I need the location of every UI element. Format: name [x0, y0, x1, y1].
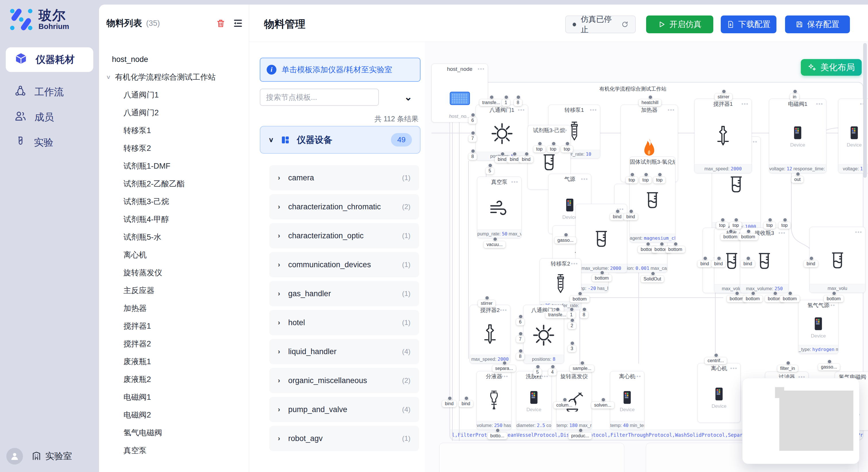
canvas-node[interactable]: 离心机•••Devicetemp: 40 min_temp: 4 — [610, 371, 644, 430]
avatar[interactable] — [6, 448, 23, 465]
collapse-list-icon[interactable] — [233, 19, 243, 28]
port-pill[interactable]: gasso... — [818, 364, 840, 370]
port-pill[interactable]: bottom — [720, 233, 740, 240]
node-menu-icon[interactable]: ••• — [560, 125, 567, 136]
port-pill[interactable]: 6 — [468, 117, 477, 124]
node-menu-icon[interactable]: ••• — [816, 99, 823, 109]
category-row-robot_agv[interactable]: › robot_agv (1) — [269, 426, 419, 451]
port-pill[interactable]: bottom — [570, 296, 590, 303]
node-menu-icon[interactable]: ••• — [582, 371, 589, 382]
category-row-hotel[interactable]: › hotel (1) — [269, 310, 419, 335]
canvas-node[interactable]: 固体试剂瓶3-氯化镁•••agent: magnesium_chloride p… — [629, 157, 675, 243]
port-pill[interactable]: top — [730, 222, 742, 229]
category-row-camera[interactable]: › camera (1) — [269, 165, 419, 191]
port-pill[interactable]: solven... — [591, 402, 614, 409]
canvas-node[interactable]: 氢气气源•••Device_type: hydrogen max_pre — [798, 300, 838, 354]
tree-item[interactable]: 主反应器 — [99, 281, 249, 299]
download-config-button[interactable]: 下载配置 — [721, 15, 776, 33]
port-pill[interactable]: bottom — [743, 295, 763, 302]
tree-item[interactable]: 废液瓶1 — [99, 353, 249, 370]
section-instruments[interactable]: ∨ 仪器设备 49 — [260, 126, 421, 154]
port-pill[interactable]: top — [640, 177, 652, 183]
node-menu-icon[interactable]: ••• — [500, 305, 507, 315]
port-pill[interactable]: bind — [741, 260, 755, 267]
port-pill[interactable]: 1 — [502, 99, 510, 106]
port-pill[interactable]: out — [792, 176, 803, 183]
tree-item[interactable]: 氢气电磁阀 — [99, 424, 249, 442]
port-pill[interactable]: transfe... — [479, 99, 503, 106]
port-pill[interactable]: 6 — [516, 318, 524, 326]
node-menu-icon[interactable]: ••• — [477, 64, 485, 74]
port-pill[interactable]: 7 — [468, 135, 477, 142]
node-menu-icon[interactable]: ••• — [730, 363, 737, 374]
node-menu-icon[interactable]: ••• — [778, 228, 786, 238]
port-pill[interactable]: in — [790, 94, 799, 100]
port-pill[interactable]: 5 — [486, 167, 494, 174]
port-pill[interactable]: bottom — [824, 295, 844, 302]
port-pill[interactable]: top — [626, 177, 638, 183]
page-scrollbar[interactable] — [863, 43, 867, 178]
port-pill[interactable]: 8 — [468, 153, 477, 160]
tree-item[interactable]: 试剂瓶5-水 — [99, 228, 249, 246]
port-pill[interactable]: top — [653, 177, 665, 183]
port-pill[interactable]: SolidOut — [641, 276, 664, 282]
tree-item[interactable]: 搅拌器1 — [99, 317, 249, 335]
port-pill[interactable]: bottom — [665, 246, 685, 253]
node-menu-icon[interactable]: ••• — [511, 177, 518, 187]
port-pill[interactable]: 8 — [514, 99, 522, 106]
tree-item[interactable]: 试剂瓶4-甲醇 — [99, 210, 249, 228]
port-pill[interactable]: bottom — [738, 233, 758, 240]
node-menu-icon[interactable]: ••• — [634, 371, 641, 382]
node-menu-icon[interactable]: ••• — [590, 105, 597, 115]
node-menu-icon[interactable]: ••• — [501, 371, 508, 382]
trash-icon[interactable] — [216, 19, 225, 28]
category-row-pump_and_valve[interactable]: › pump_and_valve (4) — [269, 397, 419, 422]
tree-item[interactable]: 试剂瓶3-己烷 — [99, 193, 249, 210]
port-pill[interactable]: top — [716, 222, 728, 229]
tree-item[interactable]: 旋转蒸发仪 — [99, 264, 249, 281]
port-pill[interactable]: 8 — [580, 311, 588, 318]
port-pill[interactable]: transfe... — [546, 311, 569, 318]
node-menu-icon[interactable]: ••• — [518, 105, 525, 115]
canvas-node[interactable]: 分液器•••volume: 250 has_phases: true — [476, 371, 512, 430]
template-search-input[interactable] — [260, 89, 379, 106]
tree-item[interactable]: 电磁阀1 — [99, 388, 249, 406]
port-pill[interactable]: top — [764, 222, 776, 229]
node-menu-icon[interactable]: ••• — [855, 227, 862, 237]
port-pill[interactable]: top — [561, 146, 573, 153]
port-pill[interactable]: bind — [459, 400, 473, 407]
port-pill[interactable]: 1 — [567, 311, 576, 318]
tree-item[interactable]: 八通阀门1 — [99, 86, 249, 104]
canvas-node[interactable]: 真空泵•••pump_rate: 50 max_vacuum: 0.1 — [477, 177, 522, 238]
port-pill[interactable]: 8 — [516, 353, 524, 360]
canvas-node[interactable]: •••max_volu — [809, 227, 865, 293]
port-pill[interactable]: bottom — [780, 295, 800, 302]
tree-item[interactable]: 废液瓶2 — [99, 370, 249, 388]
tree-item-host-node[interactable]: host_node — [99, 50, 249, 68]
port-pill[interactable]: 5 — [533, 369, 541, 376]
sidebar-item-members[interactable]: 成员 — [6, 105, 93, 130]
sidebar-item-instruments[interactable]: 仪器耗材 — [6, 47, 93, 72]
port-pill[interactable]: gasso... — [555, 237, 577, 244]
start-simulation-button[interactable]: 开启仿真 — [646, 15, 713, 33]
node-menu-icon[interactable]: ••• — [860, 372, 867, 382]
port-pill[interactable]: bottom — [592, 275, 612, 281]
beautify-layout-button[interactable]: 美化布局 — [801, 59, 862, 76]
node-menu-icon[interactable]: ••• — [668, 105, 675, 115]
tree-group-workstation[interactable]: ∨ 有机化学流程综合测试工作站 — [99, 68, 249, 86]
port-pill[interactable]: sample... — [570, 365, 594, 372]
tree-item[interactable]: 转移泵2 — [99, 139, 249, 157]
tree-item[interactable]: 电磁阀2 — [99, 406, 249, 424]
node-menu-icon[interactable]: ••• — [665, 157, 672, 167]
port-pill[interactable]: 3 — [568, 345, 576, 352]
port-pill[interactable]: top — [778, 222, 790, 229]
port-pill[interactable]: botto... — [487, 432, 507, 439]
port-pill[interactable]: bind — [698, 260, 712, 267]
tree-item[interactable]: 八通阀门2 — [99, 104, 249, 122]
port-pill[interactable]: top — [547, 146, 559, 153]
canvas-node[interactable]: 洗脱柱•••Devicediameter: 2.5 column_type: s… — [516, 371, 552, 430]
tree-item[interactable]: 试剂瓶2-乙酸乙酯 — [99, 175, 249, 193]
tree-item[interactable]: 加热器 — [99, 299, 249, 317]
flow-canvas[interactable]: 有机化学流程综合测试工作站 l,FilterProtocol,CleanVess… — [425, 42, 868, 472]
category-row-characterization_chromatic[interactable]: › characterization_chromatic (2) — [269, 194, 419, 220]
